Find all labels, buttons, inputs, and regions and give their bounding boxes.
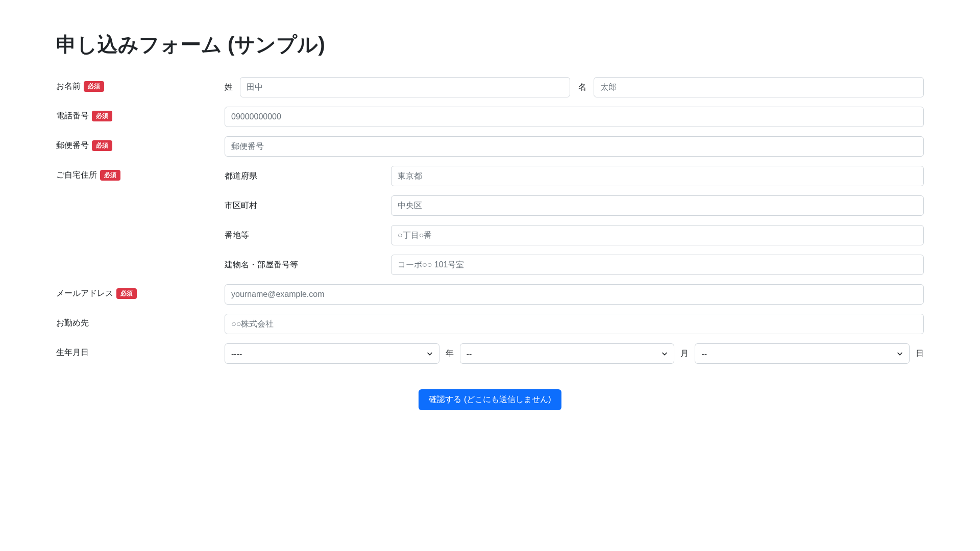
year-select[interactable]: ---- bbox=[225, 343, 439, 364]
label-employer-text: お勤め先 bbox=[56, 318, 89, 329]
label-dob-text: 生年月日 bbox=[56, 347, 89, 358]
submit-row: 確認する (どこにも送信しません) bbox=[56, 389, 924, 410]
label-postal: 郵便番号 必須 bbox=[56, 136, 225, 151]
label-address-text: ご自宅住所 bbox=[56, 170, 97, 181]
label-email: メールアドレス 必須 bbox=[56, 284, 225, 299]
required-badge: 必須 bbox=[100, 170, 120, 181]
street-input[interactable] bbox=[391, 225, 924, 245]
email-input[interactable] bbox=[225, 284, 924, 305]
label-surname: 姓 bbox=[225, 82, 233, 93]
label-name: お名前 必須 bbox=[56, 77, 225, 92]
label-city: 市区町村 bbox=[225, 201, 383, 211]
prefecture-input[interactable] bbox=[391, 166, 924, 186]
label-phone-text: 電話番号 bbox=[56, 111, 89, 121]
row-street: 番地等 bbox=[225, 225, 924, 245]
application-form: お名前 必須 姓 名 電話番号 必須 郵便番号 必須 bbox=[56, 77, 924, 410]
label-address: ご自宅住所 必須 bbox=[56, 166, 225, 181]
row-employer: お勤め先 bbox=[56, 314, 924, 334]
row-prefecture: 都道府県 bbox=[225, 166, 924, 186]
label-postal-text: 郵便番号 bbox=[56, 140, 89, 151]
required-badge: 必須 bbox=[92, 140, 112, 151]
required-badge: 必須 bbox=[116, 288, 137, 299]
label-employer: お勤め先 bbox=[56, 314, 225, 329]
month-select[interactable]: -- bbox=[460, 343, 675, 364]
phone-input[interactable] bbox=[225, 107, 924, 127]
label-givenname: 名 bbox=[578, 82, 586, 93]
postal-input[interactable] bbox=[225, 136, 924, 157]
label-phone: 電話番号 必須 bbox=[56, 107, 225, 121]
label-building: 建物名・部屋番号等 bbox=[225, 260, 383, 270]
submit-button[interactable]: 確認する (どこにも送信しません) bbox=[419, 389, 561, 410]
label-prefecture: 都道府県 bbox=[225, 171, 383, 182]
required-badge: 必須 bbox=[92, 111, 112, 121]
month-unit: 月 bbox=[680, 348, 689, 359]
row-address: ご自宅住所 必須 都道府県 市区町村 番地等 建物名・部屋番号等 bbox=[56, 166, 924, 275]
label-name-text: お名前 bbox=[56, 81, 81, 92]
building-input[interactable] bbox=[391, 255, 924, 275]
row-email: メールアドレス 必須 bbox=[56, 284, 924, 305]
label-dob: 生年月日 bbox=[56, 343, 225, 358]
surname-input[interactable] bbox=[240, 77, 570, 97]
row-name: お名前 必須 姓 名 bbox=[56, 77, 924, 97]
label-email-text: メールアドレス bbox=[56, 288, 113, 299]
day-unit: 日 bbox=[916, 348, 924, 359]
employer-input[interactable] bbox=[225, 314, 924, 334]
day-select[interactable]: -- bbox=[695, 343, 910, 364]
page-title: 申し込みフォーム (サンプル) bbox=[56, 31, 924, 59]
city-input[interactable] bbox=[391, 195, 924, 216]
year-unit: 年 bbox=[446, 348, 454, 359]
row-dob: 生年月日 ---- 年 -- 月 bbox=[56, 343, 924, 364]
row-city: 市区町村 bbox=[225, 195, 924, 216]
row-postal: 郵便番号 必須 bbox=[56, 136, 924, 157]
row-building: 建物名・部屋番号等 bbox=[225, 255, 924, 275]
label-street: 番地等 bbox=[225, 230, 383, 241]
givenname-input[interactable] bbox=[594, 77, 924, 97]
required-badge: 必須 bbox=[84, 81, 104, 92]
row-phone: 電話番号 必須 bbox=[56, 107, 924, 127]
